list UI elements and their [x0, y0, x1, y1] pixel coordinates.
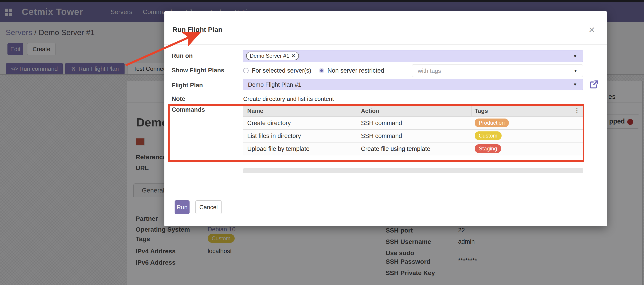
- column-separator: [472, 106, 472, 116]
- table-row[interactable]: Upload file by template Create file usin…: [243, 142, 583, 155]
- commands-table-header: Name Action Tags ⋮: [243, 105, 583, 117]
- row-action: Create file using template: [361, 145, 430, 152]
- flight-plan-select[interactable]: Demo Flight Plan #1 ▼: [243, 79, 583, 90]
- row-name: Create directory: [247, 120, 291, 127]
- optional-columns-kebab-icon[interactable]: ⋮: [574, 107, 580, 114]
- run-flight-plan-modal: Run Flight Plan × Run on Demo Server #1 …: [164, 11, 607, 226]
- run-on-label: Run on: [172, 52, 193, 59]
- col-header-tags[interactable]: Tags: [474, 107, 488, 114]
- modal-title: Run Flight Plan: [172, 26, 222, 33]
- server-tag-pill[interactable]: Demo Server #1 ✕: [246, 51, 299, 60]
- run-on-select[interactable]: Demo Server #1 ✕ ▼: [243, 50, 583, 62]
- commands-label: Commands: [172, 106, 205, 113]
- row-action: SSH command: [361, 120, 402, 127]
- cancel-button[interactable]: Cancel: [196, 200, 222, 214]
- column-separator: [358, 106, 358, 116]
- tag-remove-icon[interactable]: ✕: [292, 53, 296, 59]
- flight-plan-value: Demo Flight Plan #1: [248, 81, 302, 88]
- label-column-divider: [239, 47, 239, 190]
- screen: Cetmix Tower Servers Commands Files Tool…: [0, 0, 644, 285]
- radio-non-server-restricted[interactable]: [319, 68, 324, 73]
- modal-header-divider: [164, 44, 607, 44]
- row-tag-badge: Production: [474, 119, 509, 127]
- caret-down-icon: ▼: [573, 68, 578, 73]
- run-button[interactable]: Run: [174, 200, 190, 214]
- with-tags-placeholder: with tags: [418, 67, 441, 74]
- server-tag-label: Demo Server #1: [250, 53, 290, 59]
- table-row[interactable]: Create directory SSH command Production: [243, 117, 583, 130]
- col-header-action[interactable]: Action: [361, 107, 379, 114]
- caret-down-icon: ▼: [573, 54, 577, 59]
- row-action: SSH command: [361, 133, 402, 140]
- row-tag-badge: Custom: [474, 131, 502, 140]
- close-icon[interactable]: ×: [589, 24, 595, 35]
- note-label: Note: [172, 95, 185, 102]
- radio-for-selected-servers[interactable]: [243, 68, 249, 73]
- show-flight-plans-label: Show Flight Plans: [172, 67, 224, 74]
- row-tag-badge: Staging: [474, 144, 501, 153]
- row-name: Upload file by template: [247, 145, 310, 152]
- radio-non-server-restricted-label[interactable]: Non server restricted: [328, 67, 384, 74]
- col-header-name[interactable]: Name: [247, 107, 263, 114]
- caret-down-icon: ▼: [573, 82, 577, 87]
- row-name: List files in directory: [247, 133, 301, 140]
- with-tags-select[interactable]: with tags ▼: [412, 64, 583, 77]
- flight-plan-label: Flight Plan: [172, 82, 203, 89]
- table-row[interactable]: List files in directory SSH command Cust…: [243, 130, 583, 142]
- horizontal-scrollbar[interactable]: [243, 168, 583, 173]
- radio-for-selected-servers-label[interactable]: For selected server(s): [252, 67, 311, 74]
- note-value: Create directory and list its content: [243, 95, 334, 102]
- external-link-icon[interactable]: [589, 80, 599, 89]
